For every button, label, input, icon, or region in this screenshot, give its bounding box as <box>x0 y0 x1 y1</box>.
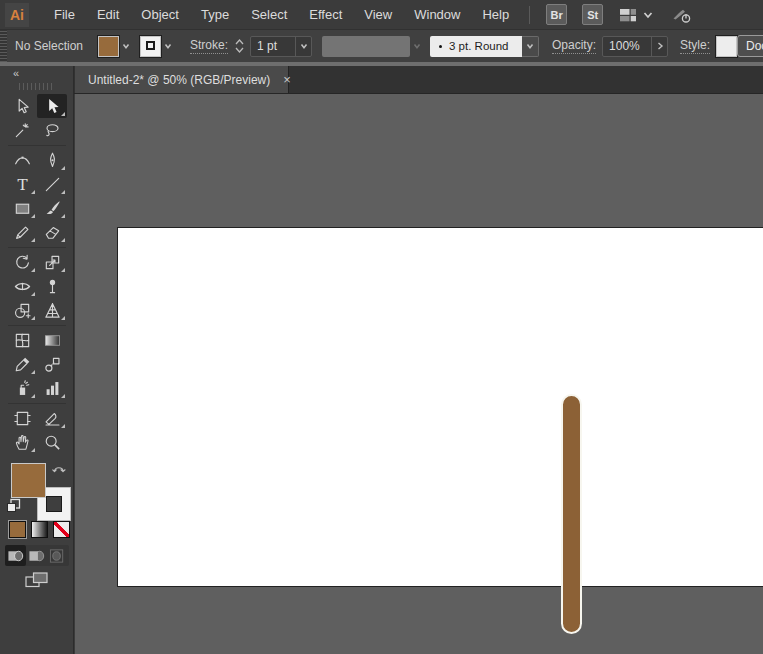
document-tab[interactable]: Untitled-2* @ 50% (RGB/Preview) × <box>75 66 289 93</box>
stroke-weight-stepper[interactable] <box>235 35 248 57</box>
menu-items: FileEditObjectTypeSelectEffectViewWindow… <box>43 0 520 30</box>
screen-mode-icon[interactable] <box>24 570 50 594</box>
fill-color-swatch[interactable] <box>98 36 119 57</box>
shape-builder-tool[interactable] <box>7 298 37 322</box>
scale-tool[interactable] <box>37 250 67 274</box>
hand-tool[interactable] <box>7 430 37 454</box>
opacity-arrow-icon[interactable] <box>651 37 667 56</box>
direct-selection-tool[interactable] <box>37 94 67 118</box>
column-graph-tool[interactable] <box>37 376 67 400</box>
lasso-tool[interactable] <box>37 118 67 142</box>
brush-definition-combo[interactable]: 3 pt. Round <box>430 36 522 57</box>
menu-effect[interactable]: Effect <box>298 0 353 30</box>
symbol-sprayer-tool-icon <box>13 379 32 398</box>
width-tool-icon <box>13 277 32 296</box>
selection-tool[interactable] <box>7 94 37 118</box>
brush-chevron-icon[interactable] <box>522 36 539 57</box>
hand-tool-icon <box>13 433 32 452</box>
artboard-tool[interactable] <box>7 406 37 430</box>
perspective-grid-tool[interactable] <box>37 298 67 322</box>
type-tool[interactable]: T <box>7 172 37 196</box>
mesh-tool-icon <box>13 331 32 350</box>
stroke-weight-chevron-icon[interactable] <box>295 37 311 56</box>
tools-grip-icon[interactable] <box>19 83 55 90</box>
menu-view[interactable]: View <box>353 0 403 30</box>
tool-row <box>7 298 67 322</box>
tool-row <box>7 406 67 430</box>
blend-tool[interactable] <box>37 352 67 376</box>
magic-wand-tool[interactable] <box>7 118 37 142</box>
symbol-sprayer-tool[interactable] <box>7 376 37 400</box>
eraser-tool[interactable] <box>37 220 67 244</box>
stroke-chevron-icon[interactable] <box>161 36 175 57</box>
tool-row <box>7 352 67 376</box>
chevron-down-icon[interactable] <box>641 8 655 22</box>
puppet-warp-tool[interactable] <box>37 274 67 298</box>
zoom-tool[interactable] <box>37 430 67 454</box>
draw-behind-mode[interactable] <box>26 545 47 566</box>
bridge-button[interactable]: Br <box>546 4 567 25</box>
draw-behind-mode-icon <box>28 548 45 564</box>
shaper-tool[interactable] <box>7 220 37 244</box>
curvature-tool[interactable] <box>7 148 37 172</box>
fill-chevron-icon[interactable] <box>119 36 133 57</box>
artboard[interactable] <box>117 227 763 587</box>
rectangle-tool-icon <box>13 199 32 218</box>
stroke-color-swatch[interactable] <box>140 36 161 57</box>
perspective-grid-tool-icon <box>43 301 62 320</box>
tool-row <box>7 148 67 172</box>
canvas[interactable] <box>75 94 763 654</box>
magic-wand-tool-icon <box>13 121 32 140</box>
rectangle-tool[interactable] <box>7 196 37 220</box>
stroke-weight-combo[interactable]: 1 pt <box>250 36 312 57</box>
draw-normal-mode[interactable] <box>5 545 26 566</box>
tool-row <box>7 94 67 118</box>
line-segment-tool[interactable] <box>37 172 67 196</box>
menu-select[interactable]: Select <box>240 0 298 30</box>
stock-button[interactable]: St <box>582 4 603 25</box>
opacity-panel-link[interactable]: Opacity: <box>552 38 596 54</box>
opacity-combo[interactable]: 100% <box>602 36 668 57</box>
type-tool-icon: T <box>13 175 32 194</box>
swap-fill-stroke-icon[interactable] <box>51 462 68 480</box>
eraser-tool-icon <box>43 223 62 242</box>
stroke-panel-link[interactable]: Stroke: <box>190 38 228 54</box>
gradient-tool[interactable] <box>37 328 67 352</box>
tool-row: T <box>7 172 67 196</box>
menu-file[interactable]: File <box>43 0 86 30</box>
pen-tool[interactable] <box>37 148 67 172</box>
style-panel-link[interactable]: Style: <box>680 38 710 54</box>
menu-object[interactable]: Object <box>130 0 190 30</box>
menu-type[interactable]: Type <box>190 0 240 30</box>
tool-row <box>7 274 67 298</box>
rotate-tool[interactable] <box>7 250 37 274</box>
paintbrush-tool[interactable] <box>37 196 67 220</box>
drawn-brush-stroke[interactable] <box>561 394 582 634</box>
width-tool[interactable] <box>7 274 37 298</box>
column-graph-tool-icon <box>43 379 62 398</box>
sync-status-icon[interactable] <box>671 5 693 25</box>
eyedropper-tool[interactable] <box>7 352 37 376</box>
gradient-button[interactable] <box>31 521 48 538</box>
menu-window[interactable]: Window <box>403 0 471 30</box>
tool-row <box>7 430 67 454</box>
tab-close-icon[interactable]: × <box>283 73 291 86</box>
fill-indicator-swatch[interactable] <box>11 463 46 498</box>
document-setup-button[interactable]: Doc <box>737 35 763 57</box>
draw-inside-mode[interactable] <box>47 545 68 566</box>
menu-edit[interactable]: Edit <box>86 0 130 30</box>
workspace-switcher-icon[interactable] <box>618 5 638 25</box>
menu-help[interactable]: Help <box>471 0 520 30</box>
puppet-warp-tool-icon <box>43 277 62 296</box>
none-button[interactable] <box>53 521 70 538</box>
panel-grip-icon[interactable] <box>0 30 7 62</box>
default-fill-stroke-icon[interactable] <box>6 498 21 517</box>
slice-tool[interactable] <box>37 406 67 430</box>
color-button[interactable] <box>9 521 26 538</box>
line-segment-tool-icon <box>43 175 62 194</box>
mesh-tool[interactable] <box>7 328 37 352</box>
style-swatch[interactable] <box>716 36 737 57</box>
panel-collapse-icon[interactable]: « <box>13 67 19 79</box>
paintbrush-tool-icon <box>43 199 62 218</box>
gradient-tool-icon <box>43 331 62 350</box>
